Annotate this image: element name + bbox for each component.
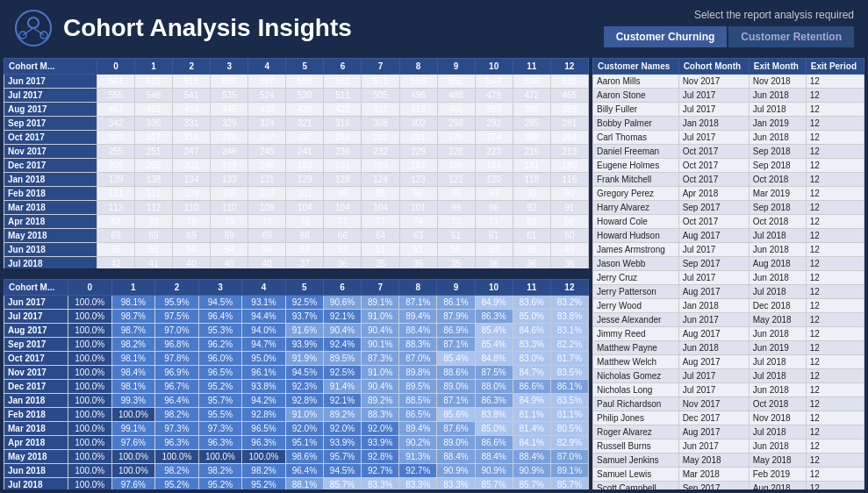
count-cell: 274 [475, 131, 513, 145]
table-row: Feb 2018100.0%100.0%98.2%95.5%92.8%91.0%… [4, 408, 589, 422]
count-cell: 180 [550, 159, 588, 173]
table-row: Nov 2017100.0%98.4%96.9%96.5%96.1%94.5%9… [4, 366, 589, 380]
pct-cell: 92.5% [323, 366, 361, 380]
count-cell: 69 [135, 229, 173, 243]
pct-cell: 81.4% [513, 422, 550, 436]
pct-cell: 92.0% [285, 422, 323, 436]
count-cell: 69 [211, 229, 248, 243]
cohort-label: Sep 2017 [4, 117, 97, 131]
customer-cell: Jan 2019 [749, 117, 806, 131]
count-cell: 232 [362, 145, 399, 159]
cohort-label: Jun 2018 [4, 243, 97, 257]
count-cell: 54 [211, 243, 248, 257]
customer-cell: Jun 2018 [749, 383, 806, 397]
count-cell: 77 [324, 215, 362, 229]
pct-col-header-8: 8 [399, 280, 437, 296]
customer-cell: Dec 2018 [749, 299, 806, 313]
count-cell: 552 [437, 75, 475, 89]
pct-cell: 96.1% [242, 366, 286, 380]
count-cell: 40 [248, 257, 286, 269]
list-item: Roger AlvarezAug 2017Jul 201812 [593, 425, 864, 439]
customer-cell: Jerry Patterson [593, 285, 679, 299]
customer-cell: 12 [806, 215, 864, 229]
count-cell: 49 [550, 243, 588, 257]
customer-cell: 12 [806, 285, 864, 299]
pct-table-wrapper[interactable]: Cohort M...0123456789101112Jun 2017100.0… [4, 279, 589, 489]
customer-cell: Nov 2017 [678, 75, 749, 89]
count-cell: 329 [211, 117, 248, 131]
pct-cell: 87.5% [475, 366, 513, 380]
pct-cell: 89.4% [399, 422, 437, 436]
count-cell: 606 [211, 75, 248, 89]
count-cell: 53 [286, 243, 324, 257]
customer-cell: James Armstrong [593, 243, 679, 257]
customer-cell: Bobby Palmer [593, 117, 679, 131]
customer-cell: Jul 2018 [749, 103, 806, 117]
table-row: Mar 2018100.0%99.1%97.3%97.3%96.5%92.0%9… [4, 422, 589, 436]
pct-cell: 100.0% [68, 436, 112, 450]
count-cell: 138 [135, 173, 173, 187]
count-cell: 66 [324, 229, 362, 243]
churning-button[interactable]: Customer Churning [604, 26, 728, 47]
count-cell: 134 [173, 173, 211, 187]
report-buttons: Customer Churning Customer Retention [604, 26, 854, 47]
pct-cell: 86.1% [550, 380, 588, 394]
retention-button[interactable]: Customer Retention [728, 26, 854, 47]
count-cell: 35 [399, 257, 437, 269]
cohort-label: Jul 2017 [4, 89, 97, 103]
pct-cell: 97.6% [111, 436, 155, 450]
count-cell: 79 [211, 215, 248, 229]
count-cell: 229 [399, 145, 437, 159]
pct-cell: 94.7% [242, 338, 286, 352]
count-table-wrapper[interactable]: Cohort M...0123456789101112Jun 201764162… [4, 58, 589, 268]
table-row: Jan 2018100.0%99.3%96.4%95.7%94.2%92.8%9… [4, 394, 589, 408]
pct-cell: 96.5% [242, 422, 286, 436]
count-cell: 61 [437, 229, 475, 243]
pct-cell: 88.4% [475, 450, 513, 464]
count-cell: 571 [362, 75, 399, 89]
cohort-label: Nov 2017 [4, 145, 97, 159]
pct-cell: 83.5% [550, 366, 588, 380]
list-item: Matthew PayneJun 2018Jun 201912 [593, 341, 864, 355]
cohort-label: Jan 2018 [4, 173, 97, 187]
list-item: Howard HudsonAug 2017Jul 201812 [593, 229, 864, 243]
table-row: Jun 201855555454545352515150505049 [4, 243, 589, 257]
pct-cell: 92.0% [362, 422, 399, 436]
cohort-label: Aug 2017 [4, 103, 97, 117]
right-panel-scroll[interactable]: Customer NamesCohort MonthExit MonthExit… [592, 58, 864, 489]
table-row: Apr 201882807979797877777473716968 [4, 215, 589, 229]
pct-cell: 98.7% [111, 324, 155, 338]
count-cell: 520 [286, 89, 324, 103]
pct-cell: 91.4% [323, 380, 361, 394]
customer-cell: Eugene Holmes [593, 159, 679, 173]
col-header-10: 10 [475, 59, 513, 75]
count-cell: 79 [173, 215, 211, 229]
count-cell: 422 [324, 103, 362, 117]
pct-cell: 91.6% [285, 324, 323, 338]
pct-cell: 95.2% [198, 478, 242, 490]
table-row: Jul 2017100.0%98.7%97.5%96.4%94.4%93.7%9… [4, 310, 589, 324]
pct-cell: 100.0% [198, 450, 242, 464]
count-cell: 281 [399, 131, 437, 145]
col-header-0: 0 [97, 59, 135, 75]
pct-cell: 92.3% [285, 380, 323, 394]
customer-cell: Sep 2017 [678, 257, 749, 271]
count-cell: 245 [248, 145, 286, 159]
count-cell: 112 [135, 201, 173, 215]
customer-cell: Sep 2018 [749, 159, 806, 173]
count-cell: 472 [513, 89, 550, 103]
pct-cell: 100.0% [68, 464, 112, 478]
count-cell: 63 [399, 229, 437, 243]
pct-cell: 100.0% [68, 366, 112, 380]
count-cell: 61 [513, 229, 550, 243]
pct-cell: 88.4% [513, 450, 550, 464]
list-item: Philip JonesDec 2017Nov 201812 [593, 411, 864, 425]
count-cell: 236 [324, 145, 362, 159]
customer-cell: Mar 2018 [678, 468, 749, 482]
pct-cell: 96.7% [155, 380, 199, 394]
cohort-label: Jan 2018 [4, 394, 68, 408]
pct-cell: 90.4% [362, 324, 399, 338]
customer-cell: Oct 2017 [678, 215, 749, 229]
count-cell: 92 [513, 201, 550, 215]
customer-cell: Oct 2018 [749, 397, 806, 411]
